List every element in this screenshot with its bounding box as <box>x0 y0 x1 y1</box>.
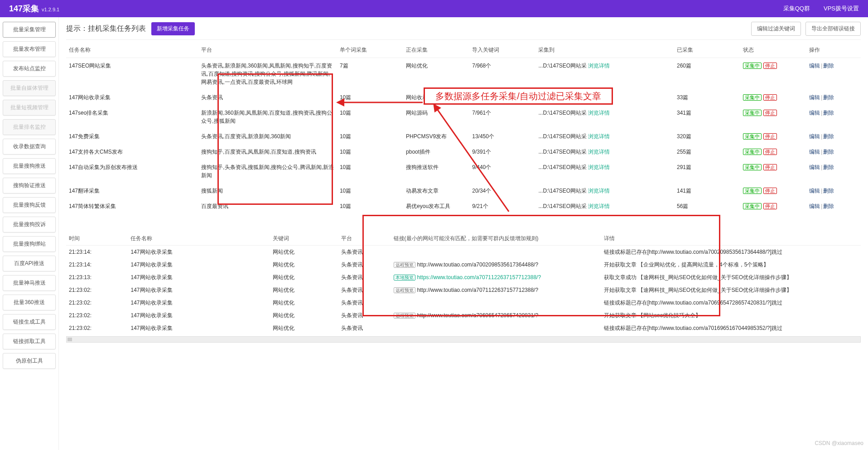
browse-detail-link[interactable]: 浏览详情 <box>588 164 610 170</box>
sidebar-item-17[interactable]: 伪原创工具 <box>3 353 56 369</box>
lth-plat: 平台 <box>338 232 391 246</box>
sidebar-item-7[interactable]: 批量搜狗推送 <box>3 158 56 174</box>
header-link-vps[interactable]: VPS拨号设置 <box>824 5 859 13</box>
sidebar-item-15[interactable]: 链接生成工具 <box>3 314 56 330</box>
sidebar-item-14[interactable]: 批量360推送 <box>3 295 56 310</box>
horizontal-scrollbar[interactable] <box>66 336 861 343</box>
cell-single: 10篇 <box>337 183 403 198</box>
edit-link[interactable]: 编辑 <box>809 164 820 170</box>
sidebar-item-2[interactable]: 发布站点监控 <box>3 61 56 77</box>
browse-detail-link[interactable]: 浏览详情 <box>588 203 610 209</box>
log-link[interactable]: http://www.toutiao.com/a7071122637157712… <box>417 287 539 293</box>
stop-button[interactable]: 停止 <box>763 110 777 116</box>
stop-button[interactable]: 停止 <box>763 203 777 209</box>
log-row: 21:23:02:147网站收录采集网站优化头条资讯链接或标题已存在[http:… <box>66 322 861 334</box>
delete-link[interactable]: 删除 <box>823 94 834 101</box>
cell-to: ...D:\147SEO网站采 浏览详情 <box>535 129 674 144</box>
edit-filter-button[interactable]: 编辑过滤关键词 <box>751 22 801 36</box>
delete-link[interactable]: 删除 <box>823 110 834 116</box>
stop-button[interactable]: 停止 <box>763 164 777 170</box>
sidebar-item-16[interactable]: 链接抓取工具 <box>3 334 56 349</box>
task-row: 147翻译采集搜狐新闻10篇动易发布文章20/34个...D:\147SEO网站… <box>66 183 861 198</box>
cell-ops: 编辑|删除 <box>806 183 861 198</box>
stop-button[interactable]: 停止 <box>763 133 777 140</box>
cell-name: 147简体转繁体采集 <box>66 198 198 214</box>
cell-link <box>391 322 601 334</box>
th-stat: 状态 <box>740 43 806 58</box>
cell-plat: 新浪新闻,360新闻,凤凰新闻,百度知道,搜狗资讯,搜狗公众号,搜狐新闻 <box>198 105 337 129</box>
sidebar-item-6[interactable]: 收录数据查询 <box>3 139 56 155</box>
sidebar-item-12[interactable]: 百度API推送 <box>3 256 56 271</box>
cell-plat: 头条资讯,百度资讯,新浪新闻,360新闻 <box>198 129 337 144</box>
cell-to: ...D:\147SEO网站采 浏览详情 <box>535 183 674 198</box>
cell-kw: 20/34个 <box>469 183 535 198</box>
cell-to: ...D:\147SEO网站采 浏览详情 <box>535 160 674 183</box>
cell-plat: 头条资讯 <box>338 322 391 334</box>
cell-stat: 采集中停止 <box>740 198 806 214</box>
cell-coll: 网站收录 <box>403 90 469 105</box>
browse-detail-link[interactable]: 浏览详情 <box>588 110 610 116</box>
add-task-button[interactable]: 新增采集任务 <box>151 22 195 35</box>
stop-button[interactable]: 停止 <box>763 94 777 101</box>
sidebar-item-10[interactable]: 批量搜狗投诉 <box>3 217 56 232</box>
cell-plat: 头条资讯 <box>338 296 391 309</box>
cell-coll: 易优eyou发布工具 <box>403 198 469 214</box>
header-link-qq[interactable]: 采集QQ群 <box>783 5 810 13</box>
cell-detail: 获取文章成功 【途网科技_网站SEO优化如何做_关于SEO优化详细操作步骤】 <box>601 271 861 284</box>
task-row: 147SEO网站采集头条资讯,新浪新闻,360新闻,凤凰新闻,搜狗知乎,百度资讯… <box>66 58 861 90</box>
log-link[interactable]: http://www.toutiao.com/a7002098535617364… <box>417 261 539 268</box>
sidebar-item-13[interactable]: 批量神马推送 <box>3 275 56 291</box>
edit-link[interactable]: 编辑 <box>809 63 820 69</box>
lth-kw: 关键词 <box>270 232 338 246</box>
cell-to: ...D:\147SEO网站采 浏览详情 <box>535 90 674 105</box>
page-hint: 提示：挂机采集任务列表 <box>66 24 146 34</box>
cell-task: 147网站收录采集 <box>128 296 270 309</box>
main-panel: 提示：挂机采集任务列表 新增采集任务 编辑过滤关键词 导出全部错误链接 任务名称… <box>59 17 868 450</box>
preview-tag[interactable]: 远程预览 <box>394 262 415 268</box>
cell-time: 21:23:02: <box>66 284 128 296</box>
export-errors-button[interactable]: 导出全部错误链接 <box>805 22 861 36</box>
stop-button[interactable]: 停止 <box>763 149 777 155</box>
browse-detail-link[interactable]: 浏览详情 <box>588 94 610 101</box>
edit-link[interactable]: 编辑 <box>809 149 820 155</box>
sidebar-item-9[interactable]: 批量搜狗反馈 <box>3 197 56 213</box>
edit-link[interactable]: 编辑 <box>809 188 820 194</box>
app-version: v1.2.9.1 <box>42 7 59 12</box>
cell-plat: 头条资讯 <box>338 271 391 284</box>
stop-button[interactable]: 停止 <box>763 188 777 194</box>
delete-link[interactable]: 删除 <box>823 164 834 170</box>
edit-link[interactable]: 编辑 <box>809 133 820 140</box>
browse-detail-link[interactable]: 浏览详情 <box>588 63 610 69</box>
log-link[interactable]: https://www.toutiao.com/a707112263715771… <box>417 274 541 281</box>
browse-detail-link[interactable]: 浏览详情 <box>588 133 610 140</box>
cell-stat: 采集中停止 <box>740 90 806 105</box>
stop-button[interactable]: 停止 <box>763 63 777 69</box>
sidebar-item-0[interactable]: 批量采集管理 <box>3 22 56 38</box>
preview-tag[interactable]: 本地预览 <box>394 275 415 281</box>
cell-detail: 链接或标题已存在[http://www.toutiao.com/a7016965… <box>601 322 861 334</box>
edit-link[interactable]: 编辑 <box>809 110 820 116</box>
delete-link[interactable]: 删除 <box>823 203 834 209</box>
cell-coll: pboot插件 <box>403 144 469 160</box>
cell-detail: 链接或标题已存在[http://www.toutiao.com/a7002098… <box>601 246 861 259</box>
cell-link: 远程预览http://www.toutiao.com/a707112263715… <box>391 284 601 296</box>
delete-link[interactable]: 删除 <box>823 63 834 69</box>
sidebar-item-11[interactable]: 批量搜狗绑站 <box>3 236 56 252</box>
preview-tag[interactable]: 远程预览 <box>394 287 415 293</box>
delete-link[interactable]: 删除 <box>823 133 834 140</box>
cell-detail: 开始获取文章 【企业网站优化，提高网站流量，4个标准，5个策略】 <box>601 258 861 271</box>
preview-tag[interactable]: 远程预览 <box>394 313 415 319</box>
sidebar-item-8[interactable]: 搜狗验证推送 <box>3 178 56 194</box>
sidebar-item-3: 批量自媒体管理 <box>3 80 56 96</box>
browse-detail-link[interactable]: 浏览详情 <box>588 149 610 155</box>
edit-link[interactable]: 编辑 <box>809 94 820 101</box>
browse-detail-link[interactable]: 浏览详情 <box>588 188 610 194</box>
delete-link[interactable]: 删除 <box>823 149 834 155</box>
cell-detail: 链接或标题已存在[http://www.toutiao.com/a7069654… <box>601 296 861 309</box>
delete-link[interactable]: 删除 <box>823 188 834 194</box>
cell-single: 10篇 <box>337 160 403 183</box>
log-link[interactable]: http://www.toutiao.com/a7069654728657420… <box>417 312 539 319</box>
edit-link[interactable]: 编辑 <box>809 203 820 209</box>
cell-name: 147SEO网站采集 <box>66 58 198 90</box>
sidebar-item-1[interactable]: 批量发布管理 <box>3 41 56 57</box>
